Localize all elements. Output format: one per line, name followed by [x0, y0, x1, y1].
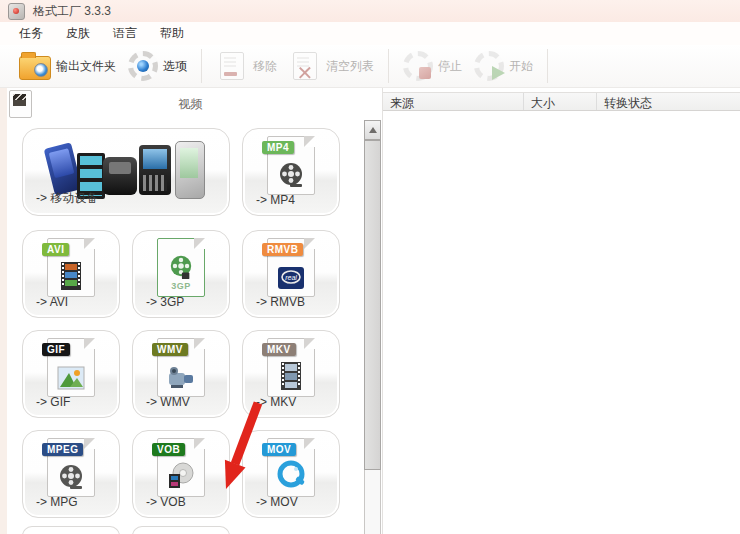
- format-button-mpg[interactable]: MPEG -> MPG: [22, 430, 120, 518]
- column-size[interactable]: 大小: [524, 93, 597, 110]
- menu-language[interactable]: 语言: [113, 25, 137, 42]
- toolbar-separator: [547, 49, 548, 83]
- format-label: -> MKV: [256, 395, 296, 409]
- remove-button[interactable]: 移除: [210, 48, 283, 84]
- menu-help[interactable]: 帮助: [160, 25, 184, 42]
- gif-file-icon: GIF: [47, 338, 95, 397]
- stop-button[interactable]: 停止: [397, 49, 468, 83]
- format-button-gif[interactable]: GIF -> GIF: [22, 330, 120, 418]
- format-button-mp4[interactable]: MP4 -> MP4: [242, 128, 340, 216]
- format-label: -> VOB: [146, 495, 186, 509]
- mp4-file-icon: MP4: [267, 136, 315, 195]
- format-button-rmvb[interactable]: RMVB real -> RMVB: [242, 230, 340, 318]
- category-title: 视频: [0, 96, 381, 113]
- output-folder-button[interactable]: 输出文件夹: [13, 50, 122, 82]
- task-table-header: 来源 大小 转换状态: [383, 92, 740, 111]
- toolbar: 输出文件夹 选项 移除 清空列表 停止 开始: [0, 45, 740, 88]
- clear-list-button[interactable]: 清空列表: [283, 48, 380, 84]
- format-button-wmv[interactable]: WMV -> WMV: [132, 330, 230, 418]
- output-folder-label: 输出文件夹: [56, 58, 116, 75]
- wmv-file-icon: WMV: [157, 338, 205, 397]
- 3gp-file-icon: 3GP: [157, 238, 205, 297]
- start-icon: [474, 51, 504, 81]
- format-button-partial[interactable]: [132, 526, 230, 534]
- format-label: -> MOV: [256, 495, 298, 509]
- menu-skin[interactable]: 皮肤: [66, 25, 90, 42]
- clear-list-label: 清空列表: [326, 58, 374, 75]
- remove-label: 移除: [253, 58, 277, 75]
- stop-label: 停止: [438, 58, 462, 75]
- format-label: -> 3GP: [146, 295, 184, 309]
- output-folder-icon: [19, 56, 51, 80]
- options-gear-icon: [128, 51, 158, 81]
- format-factory-window: 格式工厂 3.3.3 任务 皮肤 语言 帮助 输出文件夹 选项 移除 清空列表 …: [0, 0, 740, 534]
- format-button-mkv[interactable]: MKV -> MKV: [242, 330, 340, 418]
- format-label: -> MPG: [36, 495, 78, 509]
- column-source[interactable]: 来源: [383, 93, 524, 110]
- format-button-partial[interactable]: [22, 526, 120, 534]
- options-button[interactable]: 选项: [122, 49, 193, 83]
- app-logo-icon: [8, 3, 25, 20]
- start-label: 开始: [509, 58, 533, 75]
- format-label: -> GIF: [36, 395, 70, 409]
- format-button-vob[interactable]: VOB -> VOB: [132, 430, 230, 518]
- format-button-mobile-devices[interactable]: -> 移动设备: [22, 128, 230, 216]
- rmvb-file-icon: RMVB real: [267, 238, 315, 297]
- format-button-3gp[interactable]: 3GP -> 3GP: [132, 230, 230, 318]
- menubar: 任务 皮肤 语言 帮助: [0, 22, 740, 45]
- scrollbar-up-button[interactable]: [364, 120, 381, 140]
- format-label: -> MP4: [256, 193, 295, 207]
- format-label: -> WMV: [146, 395, 190, 409]
- avi-file-icon: AVI: [47, 238, 95, 297]
- stop-icon: [403, 51, 433, 81]
- remove-file-icon: [220, 52, 244, 80]
- format-label: -> 移动设备: [36, 190, 98, 207]
- column-status[interactable]: 转换状态: [597, 93, 740, 110]
- mpg-file-icon: MPEG: [47, 438, 95, 497]
- format-label: -> AVI: [36, 295, 68, 309]
- clear-list-icon: [293, 52, 317, 80]
- format-label: -> RMVB: [256, 295, 305, 309]
- titlebar: 格式工厂 3.3.3: [0, 0, 740, 22]
- options-label: 选项: [163, 58, 187, 75]
- format-button-mov[interactable]: MOV -> MOV: [242, 430, 340, 518]
- start-button[interactable]: 开始: [468, 49, 539, 83]
- svg-text:real: real: [285, 274, 297, 281]
- format-button-avi[interactable]: AVI -> AVI: [22, 230, 120, 318]
- mov-file-icon: MOV: [267, 438, 315, 497]
- mkv-file-icon: MKV: [267, 338, 315, 397]
- window-frame-edge: [0, 88, 7, 534]
- panel-divider: [382, 88, 383, 534]
- toolbar-separator: [388, 49, 389, 83]
- vob-file-icon: VOB: [157, 438, 205, 497]
- toolbar-separator: [201, 49, 202, 83]
- menu-task[interactable]: 任务: [19, 25, 43, 42]
- scrollbar-thumb[interactable]: [364, 140, 381, 470]
- window-title: 格式工厂 3.3.3: [33, 3, 111, 20]
